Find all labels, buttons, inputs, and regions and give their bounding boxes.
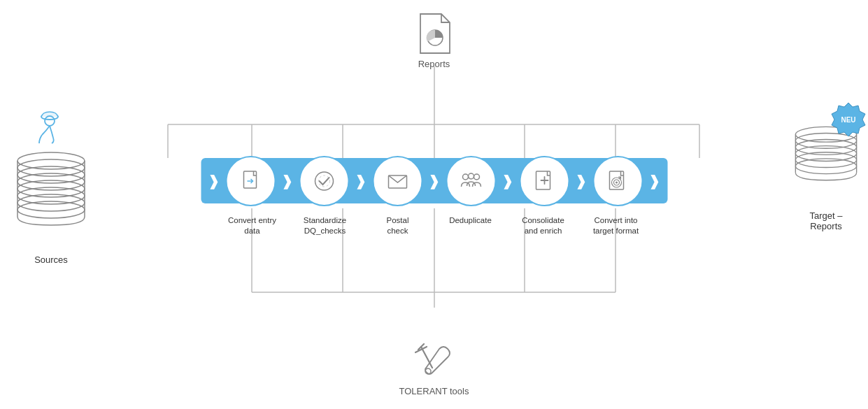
svg-point-64 [315, 172, 333, 190]
chevron-3: ❱ [428, 173, 440, 189]
step-consolidate [519, 156, 569, 206]
label-convert-entry: Convert entrydata [221, 215, 284, 236]
pipeline: ❱ ❱ ❱ [201, 158, 667, 203]
svg-point-68 [468, 173, 474, 179]
tolerant-section: TOLERANT tools [399, 343, 469, 396]
step-deduplicate [446, 156, 496, 206]
sources-cylinder [13, 145, 90, 250]
target-label: Target –Reports [810, 210, 843, 231]
svg-point-67 [462, 174, 468, 180]
svg-rect-71 [609, 171, 623, 189]
step-standardize [299, 156, 349, 206]
chevron-2: ❱ [355, 173, 367, 189]
reports-label: Reports [418, 59, 450, 69]
arrow-band: ❱ ❱ ❱ [201, 158, 667, 203]
label-postal: Postalcheck [367, 215, 429, 236]
svg-point-74 [616, 181, 618, 183]
neu-badge: NEU [830, 101, 867, 138]
chevron-4: ❱ [501, 173, 513, 189]
svg-point-69 [474, 174, 479, 180]
entry-chevron: ❱ [208, 173, 220, 189]
tolerant-icon [413, 343, 455, 382]
step-convert-target [592, 156, 643, 206]
target-section: NEU Target –Reports [791, 122, 861, 231]
diagram-container: Reports [0, 0, 868, 409]
sources-label: Sources [34, 254, 68, 265]
label-standardize: StandardizeDQ_checks [294, 215, 357, 236]
svg-rect-63 [243, 171, 256, 188]
svg-point-18 [45, 116, 55, 126]
label-consolidate: Consolidateand enrich [512, 215, 575, 236]
step-postal [372, 156, 422, 206]
reports-icon [416, 13, 453, 56]
exit-chevron: ❱ [648, 173, 660, 189]
chevron-1: ❱ [281, 173, 293, 189]
label-convert-target: Convert intotarget format [585, 215, 648, 236]
svg-text:NEU: NEU [841, 116, 855, 124]
label-deduplicate: Deduplicate [439, 215, 502, 236]
reports-section: Reports [416, 13, 453, 69]
sources-section: Sources [13, 108, 90, 265]
step-labels-row: Convert entrydata StandardizeDQ_checks P… [216, 215, 653, 236]
step-convert-entry [225, 156, 276, 206]
svg-line-76 [421, 347, 432, 368]
tolerant-label: TOLERANT tools [399, 386, 469, 396]
chevron-5: ❱ [575, 173, 587, 189]
person-icon [32, 108, 71, 147]
